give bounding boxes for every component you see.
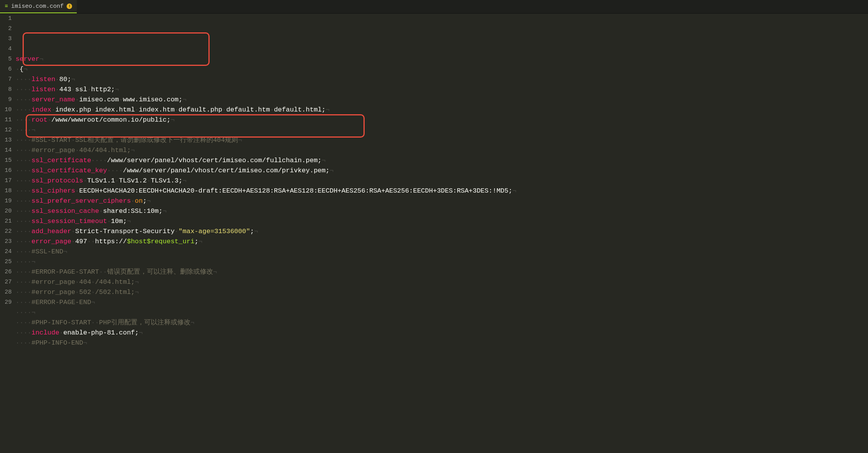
line-number: 12 <box>0 125 12 135</box>
line-number: 14 <box>0 145 12 156</box>
line-number: 10 <box>0 105 12 115</box>
line-number: 26 <box>0 267 12 277</box>
line-number: 6 <box>0 64 12 74</box>
line-number: 1 <box>0 14 12 24</box>
line-number: 8 <box>0 85 12 95</box>
code-line[interactable]: ····#SSL-END¬ <box>16 247 868 257</box>
modified-indicator: ! <box>67 4 72 9</box>
code-line[interactable]: ····¬ <box>16 308 868 318</box>
code-line[interactable]: server¬ <box>16 54 868 64</box>
line-number: 25 <box>0 257 12 267</box>
code-line[interactable]: ····root·/www/wwwroot/common.io/public;¬ <box>16 115 868 125</box>
code-line[interactable]: ····#error_page·404/404.html;¬ <box>16 145 868 156</box>
code-line[interactable]: ····¬ <box>16 125 868 135</box>
line-number: 28 <box>0 287 12 297</box>
line-number: 5 <box>0 54 12 64</box>
code-line[interactable]: ····ssl_session_cache·shared:SSL:10m;¬ <box>16 206 868 216</box>
code-line[interactable]: ····ssl_protocols·TLSv1.1·TLSv1.2·TLSv1.… <box>16 176 868 186</box>
code-line[interactable]: ····listen·80;¬ <box>16 74 868 85</box>
line-number: 27 <box>0 277 12 287</box>
line-number: 7 <box>0 74 12 85</box>
line-number-gutter: 1234567891011121314151617181920212223242… <box>0 14 16 453</box>
code-line[interactable]: ····include·enable-php-81.conf;¬ <box>16 328 868 338</box>
code-area[interactable]: server¬·{¬····listen·80;¬····listen·443·… <box>16 14 868 453</box>
file-tab[interactable]: ≡ imiseo.com.conf ! <box>0 0 77 13</box>
line-number: 29 <box>0 297 12 308</box>
line-number: 23 <box>0 237 12 247</box>
line-number: 3 <box>0 34 12 44</box>
tab-bar: ≡ imiseo.com.conf ! <box>0 0 868 14</box>
line-number: 9 <box>0 95 12 105</box>
code-line[interactable]: ····#error_page·502·/502.html;¬ <box>16 287 868 297</box>
line-number: 20 <box>0 206 12 216</box>
code-line[interactable]: ····#ERROR-PAGE-START··错误页配置，可以注释、删除或修改¬ <box>16 267 868 277</box>
line-number: 15 <box>0 156 12 166</box>
line-number: 24 <box>0 247 12 257</box>
code-line[interactable]: ····index·index.php·index.html·index.htm… <box>16 105 868 115</box>
line-number: 21 <box>0 216 12 226</box>
code-line[interactable]: ····#PHP-INFO-START··PHP引用配置，可以注释或修改¬ <box>16 318 868 328</box>
line-number: 11 <box>0 115 12 125</box>
code-line[interactable]: ····#error_page·404·/404.html;¬ <box>16 277 868 287</box>
file-icon: ≡ <box>5 3 8 9</box>
code-line[interactable]: ····#ERROR-PAGE-END¬ <box>16 297 868 308</box>
line-number: 18 <box>0 186 12 196</box>
line-number: 2 <box>0 24 12 34</box>
code-line[interactable]: ····ssl_certificate_key····/www/server/p… <box>16 166 868 176</box>
line-number: 22 <box>0 226 12 237</box>
code-line[interactable]: ·{¬ <box>16 64 868 74</box>
code-line[interactable]: ····#SSL-START·SSL相关配置，请勿删除或修改下一行带注释的404… <box>16 135 868 145</box>
line-number: 16 <box>0 166 12 176</box>
editor[interactable]: 1234567891011121314151617181920212223242… <box>0 14 868 453</box>
code-line[interactable]: ····ssl_certificate····/www/server/panel… <box>16 156 868 166</box>
code-line[interactable]: ····listen·443·ssl·http2;¬ <box>16 85 868 95</box>
code-line[interactable]: ····ssl_prefer_server_ciphers·on;¬ <box>16 196 868 206</box>
line-number: 17 <box>0 176 12 186</box>
code-line[interactable]: ····server_name·imiseo.com·www.imiseo.co… <box>16 95 868 105</box>
code-line[interactable]: ····ssl_ciphers·EECDH+CHACHA20:EECDH+CHA… <box>16 186 868 196</box>
line-number: 4 <box>0 44 12 54</box>
line-number: 19 <box>0 196 12 206</box>
code-line[interactable]: ····add_header·Strict-Transport-Security… <box>16 226 868 237</box>
code-line[interactable]: ····ssl_session_timeout·10m;¬ <box>16 216 868 226</box>
line-number: 13 <box>0 135 12 145</box>
tab-filename: imiseo.com.conf <box>11 3 64 10</box>
code-line[interactable]: ····¬ <box>16 257 868 267</box>
code-line[interactable]: ····error_page·497··https://$host$reques… <box>16 237 868 247</box>
code-line[interactable]: ····#PHP-INFO-END¬ <box>16 338 868 348</box>
